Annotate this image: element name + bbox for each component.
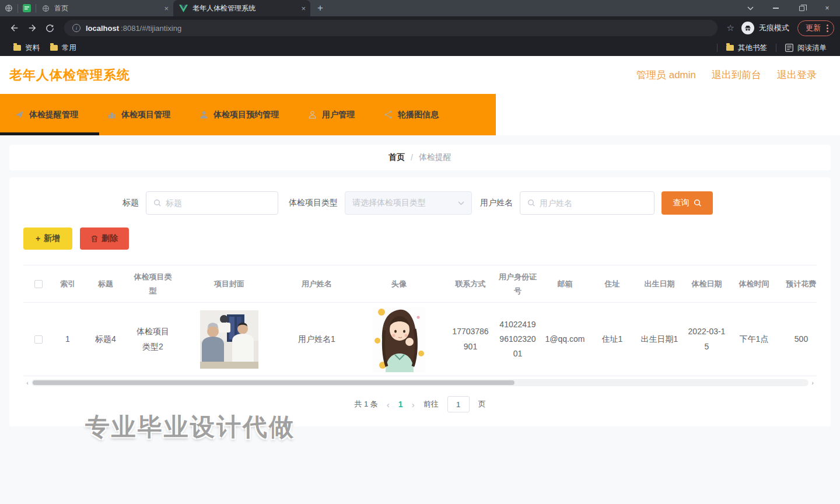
incognito-icon[interactable]: [741, 22, 754, 34]
url-path: :8081/#/tijiantixing: [121, 24, 181, 33]
bookmark-folder[interactable]: 常用: [45, 43, 82, 53]
pinned-tab[interactable]: [0, 0, 18, 16]
cell-username: 用户姓名1: [282, 303, 351, 376]
breadcrumb-home[interactable]: 首页: [388, 152, 405, 163]
prev-page-button[interactable]: ‹: [387, 400, 390, 410]
main-card: 标题 体检项目类型 请选择体检项目类型 用户姓名: [9, 177, 831, 426]
browser-tab-home[interactable]: 首页 ×: [36, 0, 173, 16]
add-button-label: 新增: [44, 233, 60, 244]
filter-form: 标题 体检项目类型 请选择体检项目类型 用户姓名: [23, 191, 817, 215]
col-header-examtime: 体检时间: [730, 265, 778, 303]
exit-to-front-link[interactable]: 退出到前台: [712, 68, 761, 82]
goto-page-input[interactable]: [447, 396, 470, 412]
update-button[interactable]: 更新: [797, 20, 834, 36]
restore-icon[interactable]: [789, 0, 814, 16]
cover-image[interactable]: [180, 310, 279, 369]
forward-icon[interactable]: [23, 19, 41, 37]
scrollbar-thumb[interactable]: [33, 380, 514, 385]
update-label: 更新: [806, 23, 821, 33]
new-tab-button[interactable]: +: [317, 2, 323, 14]
reading-list-label: 阅读清单: [797, 43, 827, 53]
pinned-tab[interactable]: [18, 0, 36, 16]
select-all-checkbox[interactable]: [34, 280, 43, 288]
title-input-wrap: [146, 191, 278, 215]
name-input[interactable]: [540, 198, 647, 208]
horizontal-scrollbar: ‹ ›: [23, 379, 817, 387]
col-header-examdate: 体检日期: [683, 265, 730, 303]
nav-item-tijianxiangmu[interactable]: 体检项目管理: [107, 110, 170, 120]
browser-tab-strip: 首页 × 老年人体检管理系统 × + ×: [0, 0, 840, 16]
col-header-title: 标题: [82, 265, 130, 303]
add-button[interactable]: + 新增: [23, 228, 72, 250]
table-actions: + 新增 删除: [23, 228, 817, 250]
search-button-label: 查询: [673, 198, 690, 208]
reading-list-button[interactable]: 阅读清单: [780, 43, 832, 53]
chevron-down-icon: [458, 201, 464, 205]
logout-link[interactable]: 退出登录: [777, 68, 817, 82]
table-row[interactable]: 1 标题4 体检项目类型2: [23, 303, 817, 376]
name-input-wrap: [520, 191, 654, 215]
browser-tab-active[interactable]: 老年人体检管理系统 ×: [173, 0, 310, 16]
type-filter-label: 体检项目类型: [289, 198, 338, 208]
nav-label: 用户管理: [322, 110, 355, 120]
cell-examtime: 下午1点: [730, 303, 778, 376]
menu-kebab-icon[interactable]: [825, 24, 830, 32]
app-header: 老年人体检管理系统 管理员 admin 退出到前台 退出登录: [0, 56, 840, 94]
minimize-icon[interactable]: [763, 0, 789, 16]
chevron-down-icon[interactable]: [737, 0, 763, 16]
admin-user-link[interactable]: 管理员 admin: [636, 68, 696, 82]
scroll-left-arrow[interactable]: ‹: [23, 379, 32, 386]
bookmarks-bar: 资料 常用 其他书签 阅读清单: [0, 40, 840, 56]
breadcrumb: 首页 / 体检提醒: [9, 145, 831, 170]
plus-icon: +: [36, 234, 40, 243]
cell-email: 1@qq.com: [541, 303, 589, 376]
globe-icon: [42, 5, 50, 12]
reading-list-icon: [785, 44, 793, 52]
nav-item-lunbotu[interactable]: 轮播图信息: [384, 110, 439, 120]
reload-icon[interactable]: [41, 19, 58, 37]
scroll-right-arrow[interactable]: ›: [808, 379, 817, 386]
back-icon[interactable]: [6, 19, 23, 37]
page-unit-label: 页: [478, 399, 486, 410]
avatar-image[interactable]: [355, 307, 443, 372]
col-header-phone: 联系方式: [447, 265, 494, 303]
next-page-button[interactable]: ›: [412, 400, 415, 410]
close-icon[interactable]: ×: [301, 5, 306, 12]
main-nav: 体检提醒管理 体检项目管理 体检项目预约管理 用户管理 轮播图信息: [0, 94, 496, 135]
browser-toolbar: i localhost :8081/#/tijiantixing ☆ 无痕模式 …: [0, 16, 840, 40]
bookmark-label: 常用: [62, 43, 76, 53]
search-button[interactable]: 查询: [662, 191, 713, 215]
col-header-cover: 项目封面: [176, 265, 282, 303]
cell-cost: 500: [778, 303, 817, 376]
header-links: 管理员 admin 退出到前台 退出登录: [636, 68, 817, 82]
bookmark-star-icon[interactable]: ☆: [727, 23, 734, 33]
search-icon: [694, 199, 702, 207]
col-header-index: 索引: [54, 265, 82, 303]
nav-wrap: 体检提醒管理 体检项目管理 体检项目预约管理 用户管理 轮播图信息: [0, 94, 840, 135]
nav-item-yonghu[interactable]: 用户管理: [308, 110, 355, 120]
close-icon[interactable]: ×: [814, 0, 840, 16]
page-number-active[interactable]: 1: [398, 400, 403, 409]
cell-birthdate: 出生日期1: [636, 303, 683, 376]
other-bookmarks-button[interactable]: 其他书签: [721, 43, 772, 53]
window-controls: ×: [737, 0, 840, 16]
address-bar[interactable]: i localhost :8081/#/tijiantixing: [64, 20, 718, 36]
divider: [776, 44, 776, 52]
trash-icon: [91, 235, 98, 243]
bookmark-folder[interactable]: 资料: [8, 43, 45, 53]
goto-label: 前往: [424, 399, 439, 410]
folder-icon: [50, 45, 58, 51]
type-select[interactable]: 请选择体检项目类型: [345, 191, 472, 215]
nav-item-tijiantixing[interactable]: 体检提醒管理: [15, 110, 78, 120]
delete-button[interactable]: 删除: [80, 228, 129, 250]
close-icon[interactable]: ×: [164, 5, 169, 12]
nav-label: 体检项目管理: [121, 110, 170, 120]
folder-icon: [726, 45, 734, 51]
cell-examdate: 2022-03-15: [683, 303, 730, 376]
title-input[interactable]: [166, 198, 271, 208]
scrollbar-track[interactable]: [32, 379, 808, 386]
nav-item-yuyue[interactable]: 体检项目预约管理: [200, 110, 279, 120]
row-checkbox[interactable]: [34, 335, 43, 344]
info-icon[interactable]: i: [72, 24, 80, 32]
vue-logo-icon: [179, 5, 188, 12]
